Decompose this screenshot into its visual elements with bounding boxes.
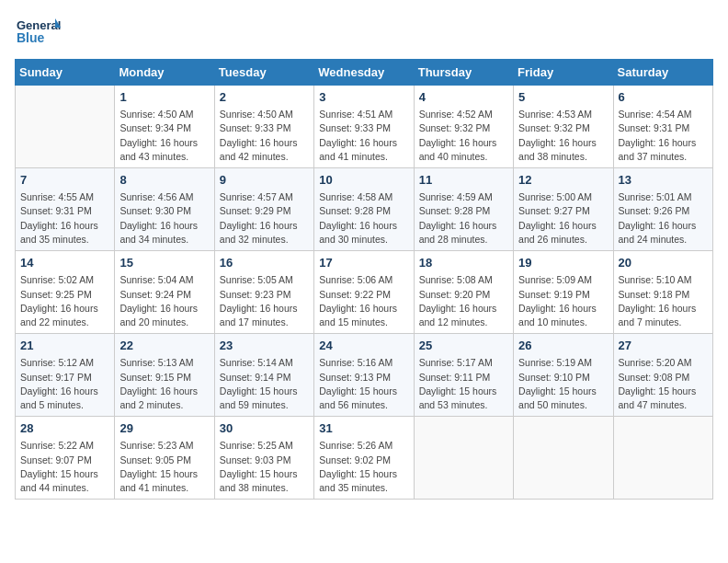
cell-content: Sunrise: 5:05 AM Sunset: 9:23 PM Dayligh… — [220, 273, 309, 329]
day-number: 22 — [119, 338, 209, 354]
calendar-cell: 15Sunrise: 5:04 AM Sunset: 9:24 PM Dayli… — [115, 251, 214, 334]
col-header-wednesday: Wednesday — [314, 60, 414, 86]
calendar-cell — [414, 417, 513, 500]
calendar-cell: 9Sunrise: 4:57 AM Sunset: 9:29 PM Daylig… — [214, 168, 313, 251]
cell-content: Sunrise: 5:25 AM Sunset: 9:03 PM Dayligh… — [220, 439, 309, 495]
calendar-cell: 11Sunrise: 4:59 AM Sunset: 9:28 PM Dayli… — [414, 168, 513, 251]
calendar-cell: 1Sunrise: 4:50 AM Sunset: 9:34 PM Daylig… — [115, 86, 214, 168]
calendar-cell: 16Sunrise: 5:05 AM Sunset: 9:23 PM Dayli… — [214, 251, 313, 334]
day-number: 3 — [319, 89, 408, 106]
day-number: 4 — [419, 89, 508, 106]
cell-content: Sunrise: 4:51 AM Sunset: 9:33 PM Dayligh… — [319, 108, 408, 164]
cell-content: Sunrise: 5:12 AM Sunset: 9:17 PM Dayligh… — [20, 356, 109, 412]
calendar-cell: 22Sunrise: 5:13 AM Sunset: 9:15 PM Dayli… — [115, 334, 214, 417]
cell-content: Sunrise: 4:57 AM Sunset: 9:29 PM Dayligh… — [220, 190, 309, 247]
calendar-cell — [613, 417, 712, 500]
calendar-cell: 13Sunrise: 5:01 AM Sunset: 9:26 PM Dayli… — [613, 168, 712, 251]
day-number: 7 — [20, 172, 109, 189]
cell-content: Sunrise: 5:22 AM Sunset: 9:07 PM Dayligh… — [20, 439, 109, 495]
cell-content: Sunrise: 5:23 AM Sunset: 9:05 PM Dayligh… — [119, 439, 209, 495]
day-number: 17 — [319, 255, 408, 271]
calendar-cell: 31Sunrise: 5:26 AM Sunset: 9:02 PM Dayli… — [314, 417, 414, 500]
cell-content: Sunrise: 4:50 AM Sunset: 9:34 PM Dayligh… — [119, 108, 209, 164]
week-row-2: 7Sunrise: 4:55 AM Sunset: 9:31 PM Daylig… — [16, 168, 713, 251]
calendar-cell: 5Sunrise: 4:53 AM Sunset: 9:32 PM Daylig… — [514, 86, 613, 168]
calendar-cell: 29Sunrise: 5:23 AM Sunset: 9:05 PM Dayli… — [115, 417, 214, 500]
calendar-table: SundayMondayTuesdayWednesdayThursdayFrid… — [15, 59, 713, 500]
calendar-cell: 6Sunrise: 4:54 AM Sunset: 9:31 PM Daylig… — [613, 86, 712, 168]
cell-content: Sunrise: 5:17 AM Sunset: 9:11 PM Dayligh… — [419, 356, 508, 412]
cell-content: Sunrise: 5:09 AM Sunset: 9:19 PM Dayligh… — [518, 273, 608, 329]
day-number: 15 — [119, 255, 209, 271]
cell-content: Sunrise: 4:55 AM Sunset: 9:31 PM Dayligh… — [20, 190, 109, 247]
cell-content: Sunrise: 4:50 AM Sunset: 9:33 PM Dayligh… — [220, 108, 309, 164]
calendar-cell: 17Sunrise: 5:06 AM Sunset: 9:22 PM Dayli… — [314, 251, 414, 334]
cell-content: Sunrise: 5:00 AM Sunset: 9:27 PM Dayligh… — [518, 190, 608, 247]
cell-content: Sunrise: 4:58 AM Sunset: 9:28 PM Dayligh… — [319, 190, 408, 247]
col-header-sunday: Sunday — [16, 60, 115, 86]
calendar-cell: 8Sunrise: 4:56 AM Sunset: 9:30 PM Daylig… — [115, 168, 214, 251]
col-header-tuesday: Tuesday — [214, 60, 313, 86]
day-number: 8 — [119, 172, 209, 189]
calendar-cell — [514, 417, 613, 500]
day-number: 20 — [619, 255, 708, 271]
cell-content: Sunrise: 5:20 AM Sunset: 9:08 PM Dayligh… — [619, 356, 708, 412]
day-number: 1 — [119, 89, 209, 106]
calendar-cell: 7Sunrise: 4:55 AM Sunset: 9:31 PM Daylig… — [16, 168, 115, 251]
calendar-cell: 10Sunrise: 4:58 AM Sunset: 9:28 PM Dayli… — [314, 168, 414, 251]
day-number: 30 — [220, 420, 309, 437]
cell-content: Sunrise: 5:19 AM Sunset: 9:10 PM Dayligh… — [518, 356, 608, 412]
col-header-friday: Friday — [514, 60, 613, 86]
day-number: 31 — [319, 420, 408, 437]
cell-content: Sunrise: 4:56 AM Sunset: 9:30 PM Dayligh… — [119, 190, 209, 247]
week-row-1: 1Sunrise: 4:50 AM Sunset: 9:34 PM Daylig… — [16, 86, 713, 168]
cell-content: Sunrise: 5:08 AM Sunset: 9:20 PM Dayligh… — [419, 273, 508, 329]
calendar-cell: 20Sunrise: 5:10 AM Sunset: 9:18 PM Dayli… — [613, 251, 712, 334]
calendar-cell: 23Sunrise: 5:14 AM Sunset: 9:14 PM Dayli… — [214, 334, 313, 417]
day-number: 6 — [619, 89, 708, 106]
week-row-4: 21Sunrise: 5:12 AM Sunset: 9:17 PM Dayli… — [16, 334, 713, 417]
calendar-cell: 3Sunrise: 4:51 AM Sunset: 9:33 PM Daylig… — [314, 86, 414, 168]
day-number: 11 — [419, 172, 508, 189]
calendar-header-row: SundayMondayTuesdayWednesdayThursdayFrid… — [16, 60, 713, 86]
calendar-cell: 19Sunrise: 5:09 AM Sunset: 9:19 PM Dayli… — [514, 251, 613, 334]
svg-text:Blue: Blue — [17, 30, 45, 45]
logo: General Blue — [15, 15, 61, 52]
cell-content: Sunrise: 5:14 AM Sunset: 9:14 PM Dayligh… — [220, 356, 309, 412]
logo-svg: General Blue — [15, 15, 61, 52]
calendar-cell: 18Sunrise: 5:08 AM Sunset: 9:20 PM Dayli… — [414, 251, 513, 334]
cell-content: Sunrise: 5:02 AM Sunset: 9:25 PM Dayligh… — [20, 273, 109, 329]
calendar-cell: 28Sunrise: 5:22 AM Sunset: 9:07 PM Dayli… — [16, 417, 115, 500]
cell-content: Sunrise: 5:26 AM Sunset: 9:02 PM Dayligh… — [319, 439, 408, 495]
calendar-cell: 12Sunrise: 5:00 AM Sunset: 9:27 PM Dayli… — [514, 168, 613, 251]
week-row-5: 28Sunrise: 5:22 AM Sunset: 9:07 PM Dayli… — [16, 417, 713, 500]
cell-content: Sunrise: 4:59 AM Sunset: 9:28 PM Dayligh… — [419, 190, 508, 247]
day-number: 19 — [518, 255, 608, 271]
cell-content: Sunrise: 5:06 AM Sunset: 9:22 PM Dayligh… — [319, 273, 408, 329]
calendar-cell: 26Sunrise: 5:19 AM Sunset: 9:10 PM Dayli… — [514, 334, 613, 417]
day-number: 2 — [220, 89, 309, 106]
day-number: 12 — [518, 172, 608, 189]
col-header-saturday: Saturday — [613, 60, 712, 86]
calendar-cell: 21Sunrise: 5:12 AM Sunset: 9:17 PM Dayli… — [16, 334, 115, 417]
day-number: 23 — [220, 338, 309, 354]
day-number: 13 — [619, 172, 708, 189]
calendar-cell: 4Sunrise: 4:52 AM Sunset: 9:32 PM Daylig… — [414, 86, 513, 168]
cell-content: Sunrise: 5:10 AM Sunset: 9:18 PM Dayligh… — [619, 273, 708, 329]
calendar-cell: 14Sunrise: 5:02 AM Sunset: 9:25 PM Dayli… — [16, 251, 115, 334]
day-number: 27 — [619, 338, 708, 354]
day-number: 25 — [419, 338, 508, 354]
col-header-thursday: Thursday — [414, 60, 513, 86]
day-number: 21 — [20, 338, 109, 354]
day-number: 16 — [220, 255, 309, 271]
calendar-cell — [16, 86, 115, 168]
day-number: 24 — [319, 338, 408, 354]
day-number: 29 — [119, 420, 209, 437]
week-row-3: 14Sunrise: 5:02 AM Sunset: 9:25 PM Dayli… — [16, 251, 713, 334]
cell-content: Sunrise: 5:04 AM Sunset: 9:24 PM Dayligh… — [119, 273, 209, 329]
day-number: 9 — [220, 172, 309, 189]
day-number: 10 — [319, 172, 408, 189]
cell-content: Sunrise: 5:13 AM Sunset: 9:15 PM Dayligh… — [119, 356, 209, 412]
day-number: 14 — [20, 255, 109, 271]
calendar-cell: 27Sunrise: 5:20 AM Sunset: 9:08 PM Dayli… — [613, 334, 712, 417]
